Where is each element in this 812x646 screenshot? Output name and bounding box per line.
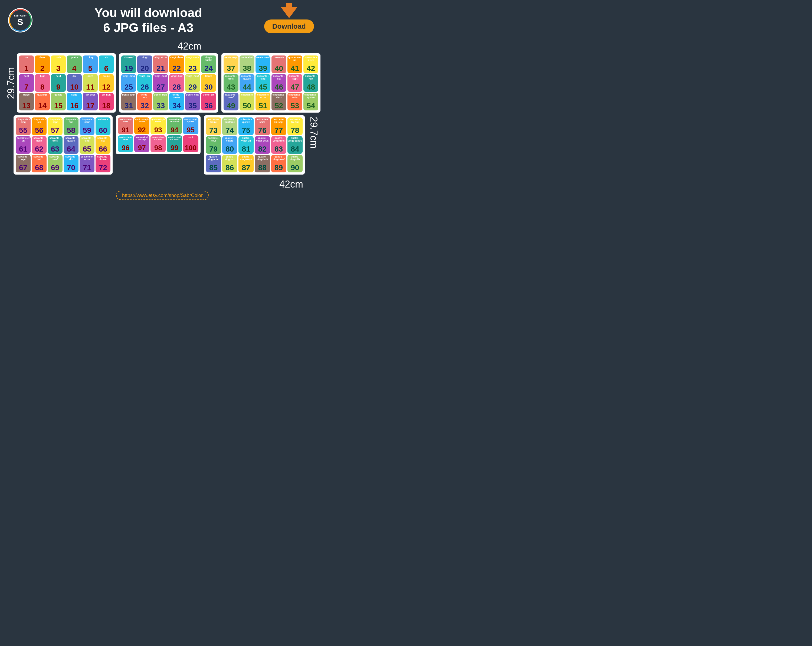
- number-cell: quatre-vingt-quatre84: [287, 136, 302, 154]
- number-cell: trente -neuf39: [255, 55, 270, 73]
- number-cell: trente et un31: [121, 93, 136, 110]
- number-cell: cinquante et un51: [255, 93, 270, 110]
- number-cell: quarante -neuf49: [224, 93, 238, 110]
- website-link-area: https://www.etsy.com/shop/SabrColor: [0, 193, 325, 199]
- number-cell: trente30: [201, 74, 216, 92]
- number-cell: quatre-vingt-seize96: [118, 135, 133, 152]
- download-button[interactable]: Download: [264, 20, 314, 33]
- number-cell: soixante dix-sept77: [271, 118, 286, 135]
- number-cell: trente -trois33: [153, 93, 168, 110]
- number-cell: treize13: [19, 93, 34, 110]
- number-cell: onze11: [83, 74, 98, 92]
- number-cell: trois3: [51, 55, 66, 73]
- number-cell: quatre-vingt-cinq85: [206, 155, 221, 173]
- number-cell: quarante -huit48: [304, 74, 318, 92]
- number-cell: quarante -deux42: [304, 55, 318, 73]
- number-cell: trente -deux32: [137, 93, 152, 110]
- number-cell: cinquante -sept57: [47, 118, 63, 135]
- title-area: You will download 6 JPG files - A3: [32, 5, 264, 35]
- logo-text: Sabr Color: [14, 14, 26, 17]
- dimension-width-top: 42cm: [0, 41, 325, 52]
- number-cell: vingt -neuf29: [185, 74, 200, 92]
- number-cell: cinquante -quatre54: [304, 93, 318, 110]
- number-cell: quatre-vingt-dix90: [287, 155, 302, 173]
- website-link[interactable]: https://www.etsy.com/shop/SabrColor: [116, 191, 209, 200]
- number-cell: un1: [19, 55, 34, 73]
- number-cell: quatre-vingt dix-sept97: [134, 135, 150, 152]
- number-cell: soixante dix-huit78: [287, 118, 302, 135]
- number-cell: cinquante50: [240, 93, 255, 110]
- number-cell: trente -quatre34: [169, 93, 184, 110]
- number-cell: vingt -six26: [137, 74, 152, 92]
- number-cell: vingt20: [137, 55, 152, 73]
- logo: Sabr Color S: [8, 8, 32, 32]
- number-cell: quatre4: [67, 55, 82, 73]
- number-cell: dix-neuf19: [121, 55, 136, 73]
- number-cell: quatre-vingt-trois83: [271, 136, 286, 154]
- number-cell: soixante -treize73: [206, 118, 221, 135]
- grid-19-36: dix-neuf19 vingt20 vingt et un21 vingt -…: [119, 53, 218, 113]
- number-cell: cinquante -cinq55: [16, 118, 31, 135]
- number-cell: vingt et un21: [153, 55, 168, 73]
- number-cell: soixante -douze72: [96, 155, 110, 173]
- number-cell: dix-huit18: [99, 93, 114, 110]
- number-cell: trente -huit38: [240, 55, 255, 73]
- grid-1-18: un1 deux2 trois3 quatre4 cinq5 six6 sept…: [17, 53, 116, 113]
- number-cell: quarante -cinq45: [255, 74, 270, 92]
- number-cell: vingt -deux22: [169, 55, 184, 73]
- number-cell: seize16: [67, 93, 82, 110]
- number-cell: soixante -neuf69: [47, 155, 63, 173]
- grids-container: 29.7cm un1 deux2 trois3 quatre4 cinq5 si…: [0, 53, 325, 177]
- number-cell: soixante -dix70: [64, 155, 78, 173]
- number-cell: dix-sept17: [83, 93, 98, 110]
- number-cell: quatre-vingt-un81: [238, 136, 253, 154]
- arrow-down-icon: [281, 7, 297, 18]
- number-cell: cinquante -six56: [32, 118, 47, 135]
- grid-55-72: cinquante -cinq55 cinquante -six56 cinqu…: [14, 115, 113, 174]
- number-cell: quatre-vingt-onze91: [118, 118, 133, 134]
- number-cell: quarante -sept47: [287, 74, 302, 92]
- number-cell: quarante -six46: [272, 74, 286, 92]
- number-cell: vingt -cinq25: [121, 74, 136, 92]
- number-cell: six6: [99, 55, 114, 73]
- number-cell: quarante -trois43: [224, 74, 238, 92]
- number-cell: cinq5: [83, 55, 98, 73]
- number-cell: vingt -trois23: [185, 55, 200, 73]
- number-cell: trente -six36: [201, 93, 216, 110]
- number-cell: soixante -quatorze74: [222, 118, 237, 135]
- number-cell: soixante60: [96, 118, 110, 135]
- number-cell: sept7: [19, 74, 34, 92]
- number-cell: quatre-vingt-deux82: [255, 136, 270, 154]
- number-cell: soixante -trois63: [47, 136, 63, 154]
- number-cell: soixante -huit68: [32, 155, 47, 173]
- number-cell: quarante -quatre44: [240, 74, 255, 92]
- number-cell: soixante et un61: [16, 136, 31, 154]
- number-cell: soixante -quinze75: [238, 118, 253, 135]
- bottom-grids-row: cinquante -cinq55 cinquante -six56 cinqu…: [5, 115, 319, 174]
- number-cell: trente -cinq35: [185, 93, 200, 110]
- number-cell: vingt -quatre24: [201, 55, 216, 73]
- number-cell: quatre-vingt-six86: [222, 155, 237, 173]
- number-cell: huit8: [35, 74, 50, 92]
- number-cell: quatre-vingt-neuf89: [271, 155, 286, 173]
- number-cell: cinquante -huit58: [64, 118, 78, 135]
- number-cell: soixante -six66: [96, 136, 110, 154]
- number-cell: soixante -deux62: [32, 136, 47, 154]
- number-cell: quatre-vingt-quatorze94: [167, 118, 182, 134]
- dimension-width-bottom: 42cm: [0, 179, 325, 190]
- number-cell: cinquante -neuf59: [79, 118, 95, 135]
- number-cell: quatre-vingt-douze92: [134, 118, 150, 134]
- dimension-height-label-right: 29.7cm: [308, 115, 319, 150]
- number-cell: dix10: [67, 74, 82, 92]
- number-cell: trente -sept37: [224, 55, 238, 73]
- number-cell: quatre-vingt-treize93: [151, 118, 166, 134]
- number-cell: quinze15: [51, 93, 66, 110]
- number-cell: cinquante -deux52: [272, 93, 286, 110]
- number-cell: soixante -quatre64: [64, 136, 78, 154]
- grid-73-90: soixante -treize73 soixante -quatorze74 …: [204, 115, 305, 174]
- top-grids-row: 29.7cm un1 deux2 trois3 quatre4 cinq5 si…: [5, 53, 319, 113]
- number-cell: quatre-vingt-quinze95: [183, 118, 198, 134]
- number-cell: soixante -neuf79: [206, 136, 221, 154]
- page-title: You will download 6 JPG files - A3: [32, 5, 264, 35]
- number-cell: quarante et un41: [287, 55, 302, 73]
